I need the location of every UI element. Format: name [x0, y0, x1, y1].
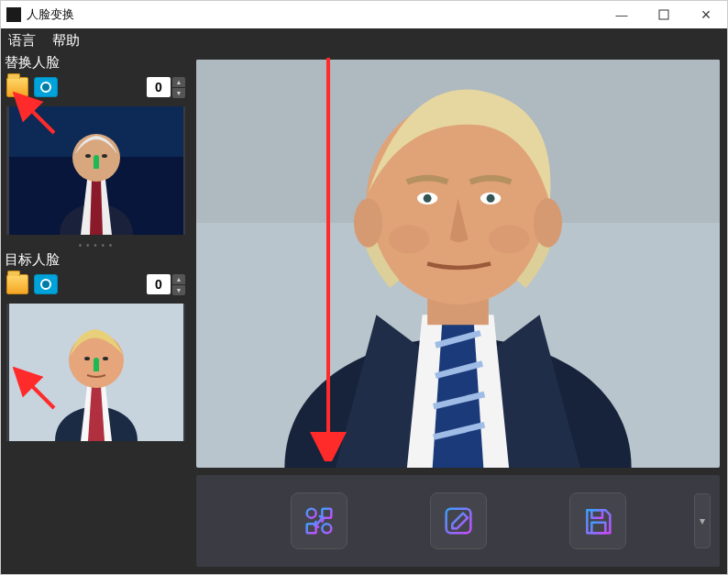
save-button[interactable] [569, 492, 626, 549]
main-area: ▾ [191, 52, 727, 574]
edit-button[interactable] [430, 492, 487, 549]
svg-point-30 [389, 225, 430, 253]
sidebar: 替换人脸 0 ▲ ▼ [1, 52, 191, 574]
target-index-value: 0 [147, 274, 171, 294]
app-icon [6, 7, 21, 22]
target-face-title: 目标人脸 [1, 249, 191, 271]
replace-face-panel: 替换人脸 0 ▲ ▼ [1, 52, 191, 240]
folder-icon[interactable] [6, 274, 28, 294]
maximize-button[interactable] [643, 1, 685, 28]
chevron-down-icon: ▾ [700, 514, 705, 527]
svg-point-12 [84, 357, 90, 360]
svg-rect-34 [322, 509, 331, 518]
save-options-dropdown[interactable]: ▾ [694, 493, 711, 548]
menubar: 语言 帮助 [1, 28, 727, 52]
close-button[interactable]: × [685, 1, 727, 28]
svg-point-15 [94, 358, 99, 363]
svg-rect-37 [446, 509, 470, 534]
svg-point-35 [322, 524, 331, 533]
svg-point-25 [534, 198, 562, 247]
minimize-button[interactable]: — [601, 1, 643, 28]
svg-point-33 [306, 509, 315, 518]
replace-face-thumbnail[interactable] [6, 106, 185, 235]
camera-icon[interactable] [34, 274, 58, 294]
camera-icon[interactable] [34, 77, 58, 97]
svg-point-24 [354, 198, 382, 247]
target-index-stepper[interactable]: 0 ▲ ▼ [147, 274, 185, 295]
replace-face-title: 替换人脸 [1, 52, 191, 73]
svg-point-13 [103, 357, 108, 360]
svg-rect-39 [591, 523, 605, 534]
folder-icon[interactable] [6, 77, 28, 97]
replace-index-stepper[interactable]: 0 ▲ ▼ [147, 77, 185, 98]
svg-rect-38 [591, 510, 602, 517]
stepper-up-icon[interactable]: ▲ [172, 274, 185, 284]
swap-button[interactable] [291, 492, 347, 549]
panel-divider[interactable]: • • • • • [1, 240, 191, 249]
svg-point-5 [85, 154, 91, 158]
stepper-down-icon[interactable]: ▼ [172, 88, 185, 98]
menu-help[interactable]: 帮助 [52, 32, 80, 50]
svg-point-28 [424, 194, 432, 203]
result-preview [196, 60, 720, 468]
svg-point-6 [102, 154, 107, 158]
svg-point-31 [489, 225, 530, 253]
replace-index-value: 0 [147, 77, 171, 97]
window-title: 人脸变换 [27, 6, 74, 23]
stepper-up-icon[interactable]: ▲ [172, 77, 185, 87]
menu-language[interactable]: 语言 [8, 32, 36, 50]
svg-point-29 [487, 194, 495, 203]
action-bar: ▾ [196, 475, 720, 567]
stepper-down-icon[interactable]: ▼ [172, 285, 185, 295]
titlebar: 人脸变换 — × [1, 1, 727, 28]
svg-point-8 [94, 155, 99, 160]
svg-rect-0 [659, 10, 668, 19]
target-face-thumbnail[interactable] [6, 304, 185, 441]
target-face-panel: 目标人脸 0 ▲ ▼ [1, 249, 191, 447]
